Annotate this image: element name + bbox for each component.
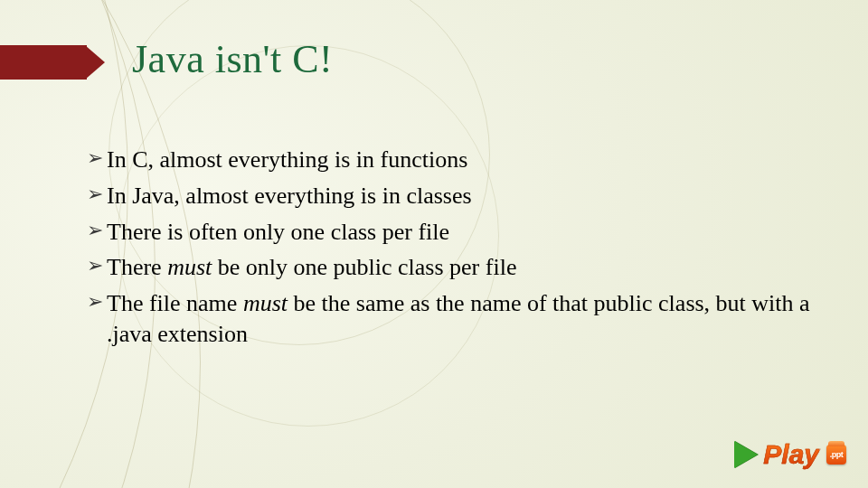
list-item-text: The file name must be the same as the na…	[107, 288, 814, 350]
list-item: ➢In Java, almost everything is in classe…	[87, 181, 814, 211]
list-item-text: There must be only one public class per …	[107, 252, 814, 283]
play-ppt-logo: Play .ppt	[734, 439, 846, 470]
bullet-glyph-icon: ➢	[87, 252, 107, 280]
bullet-glyph-icon: ➢	[87, 217, 107, 245]
list-item: ➢The file name must be the same as the n…	[87, 288, 814, 350]
list-item-text: In C, almost everything is in functions	[107, 145, 814, 175]
list-item: ➢There must be only one public class per…	[87, 252, 814, 283]
ppt-badge-label: .ppt	[830, 450, 844, 459]
bullet-glyph-icon: ➢	[87, 288, 107, 316]
bullet-glyph-icon: ➢	[87, 181, 107, 209]
play-label: Play	[763, 439, 819, 470]
list-item: ➢In C, almost everything is in functions	[87, 145, 814, 175]
slide: Java isn't C! ➢In C, almost everything i…	[0, 0, 868, 488]
play-icon	[734, 441, 758, 468]
bullet-list: ➢In C, almost everything is in functions…	[87, 145, 814, 355]
title-banner-arrow	[0, 41, 108, 84]
list-item: ➢There is often only one class per file	[87, 217, 814, 248]
slide-title: Java isn't C!	[132, 36, 333, 82]
ppt-badge-icon: .ppt	[826, 445, 846, 465]
list-item-text: There is often only one class per file	[107, 217, 814, 248]
list-item-text: In Java, almost everything is in classes	[107, 181, 814, 211]
bullet-glyph-icon: ➢	[87, 145, 107, 173]
